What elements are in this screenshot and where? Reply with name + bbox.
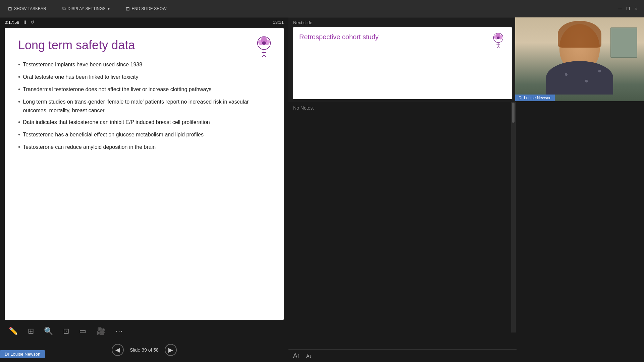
more-button[interactable]: ⋯ <box>113 325 125 338</box>
next-slide-logo <box>491 31 506 51</box>
slide-bullet-item: •Testosterone implants have been used si… <box>18 60 270 69</box>
svg-point-4 <box>262 41 266 45</box>
restore-button[interactable]: ❐ <box>625 6 631 11</box>
show-taskbar-label: SHOW TASKBAR <box>14 6 46 11</box>
bullet-text: Testosterone can reduce amyloid depositi… <box>23 143 156 152</box>
timer-display: 0:17:58 <box>5 20 19 25</box>
svg-line-7 <box>262 55 264 57</box>
slide-bullet-item: •Testosterone can reduce amyloid deposit… <box>18 143 270 152</box>
slide-logo <box>252 35 276 58</box>
slide-bullet-item: •Testosterone has a beneficial effect on… <box>18 130 270 139</box>
slide-info-bar: 0:17:58 ⏸ ↺ 13:11 <box>0 17 288 27</box>
svg-line-8 <box>264 55 266 57</box>
notes-scrollbar[interactable] <box>511 102 516 333</box>
bullet-dot: • <box>18 143 20 152</box>
next-slide-button[interactable]: ▶ <box>165 344 177 356</box>
slide-title: Long term safety data <box>18 38 270 52</box>
slide-counter: Slide 39 of 58 <box>130 347 159 353</box>
bullet-text: Testosterone implants have been used sin… <box>23 60 142 69</box>
display-settings-label: DISPLAY SETTINGS <box>68 6 106 11</box>
slide-bullet-item: •Transdermal testosterone does not affec… <box>18 85 270 94</box>
close-button[interactable]: ✕ <box>633 6 639 11</box>
presenter-clothes-detail <box>546 61 613 95</box>
slides-grid-button[interactable]: ⊞ <box>26 325 36 338</box>
pause-button[interactable]: ⏸ <box>22 19 27 25</box>
webcam-overlay: Dr Louise Newson <box>515 17 644 101</box>
speaker-badge: Dr Louise Newson <box>0 350 45 358</box>
pen-tool-button[interactable]: ✏️ <box>7 325 20 338</box>
scrollbar-thumb[interactable] <box>512 103 515 123</box>
svg-line-16 <box>497 47 498 48</box>
bullet-text: Transdermal testosterone does not affect… <box>23 85 211 94</box>
end-show-icon: ⊡ <box>126 6 130 11</box>
bullet-dot: • <box>18 60 20 69</box>
taskbar-icon: ⊞ <box>8 6 12 11</box>
dropdown-chevron: ▾ <box>108 6 110 11</box>
end-slide-show-label: END SLIDE SHOW <box>132 6 167 11</box>
display-icon: ⧉ <box>62 6 66 11</box>
notes-panel: No Notes. <box>288 102 517 349</box>
video-button[interactable]: 🎥 <box>94 325 107 338</box>
background-picture <box>610 27 637 58</box>
increase-font-button[interactable]: A↑ <box>293 352 300 359</box>
bullet-dot: • <box>18 118 20 127</box>
notes-content: No Notes. <box>293 105 512 111</box>
decrease-font-button[interactable]: A↓ <box>306 353 312 359</box>
next-slide-panel: Next slide Retrospective cohort study <box>288 17 517 102</box>
slide-bullet-item: •Data indicates that testosterone can in… <box>18 118 270 127</box>
slide-bullet-item: •Oral testosterone has been linked to li… <box>18 73 270 82</box>
slide-bullets: •Testosterone implants have been used si… <box>18 60 270 152</box>
bullet-dot: • <box>18 130 20 139</box>
end-slide-show-button[interactable]: ⊡ END SLIDE SHOW <box>123 5 169 13</box>
prev-slide-button[interactable]: ◀ <box>112 344 124 356</box>
bullet-text: Long term studies on trans-gender 'femal… <box>23 98 270 115</box>
bullet-text: Testosterone has a beneficial effect on … <box>23 130 204 139</box>
bullet-dot: • <box>18 73 20 82</box>
top-toolbar: ⊞ SHOW TASKBAR ⧉ DISPLAY SETTINGS ▾ ⊡ EN… <box>0 0 644 17</box>
presenter-name-badge: Dr Louise Newson <box>515 95 555 101</box>
notes-font-panel: A↑ A↓ <box>288 349 517 362</box>
show-taskbar-button[interactable]: ⊞ SHOW TASKBAR <box>5 5 49 13</box>
presenter-video <box>515 17 644 101</box>
bullet-text: Oral testosterone has been linked to liv… <box>23 73 138 81</box>
slide-bottom-toolbar: ✏️ ⊞ 🔍 ⊡ ▭ 🎥 ⋯ <box>0 321 288 341</box>
slide-elapsed-time: 13:11 <box>273 20 284 25</box>
minimize-button[interactable]: — <box>617 6 623 11</box>
main-slide: Long term safety data •Testosterone impl… <box>5 28 284 320</box>
next-slide-label: Next slide <box>293 20 512 25</box>
slide-content: Long term safety data •Testosterone impl… <box>5 28 284 320</box>
presenter-hair <box>558 21 601 48</box>
search-button[interactable]: 🔍 <box>42 325 55 338</box>
subtitles-button[interactable]: ▭ <box>77 325 88 338</box>
bullet-dot: • <box>18 85 20 94</box>
bullet-dot: • <box>18 98 20 107</box>
display-settings-button[interactable]: ⧉ DISPLAY SETTINGS ▾ <box>60 4 112 13</box>
svg-line-17 <box>498 47 500 48</box>
slide-bullet-item: •Long term studies on trans-gender 'fema… <box>18 98 270 115</box>
next-slide-title: Retrospective cohort study <box>299 33 379 41</box>
svg-point-13 <box>497 37 500 39</box>
pointer-button[interactable]: ⊡ <box>61 325 71 338</box>
refresh-button[interactable]: ↺ <box>31 19 35 25</box>
next-slide-thumbnail: Retrospective cohort study <box>293 27 512 99</box>
bullet-text: Data indicates that testosterone can inh… <box>23 118 210 127</box>
window-controls: — ❐ ✕ <box>617 6 639 11</box>
